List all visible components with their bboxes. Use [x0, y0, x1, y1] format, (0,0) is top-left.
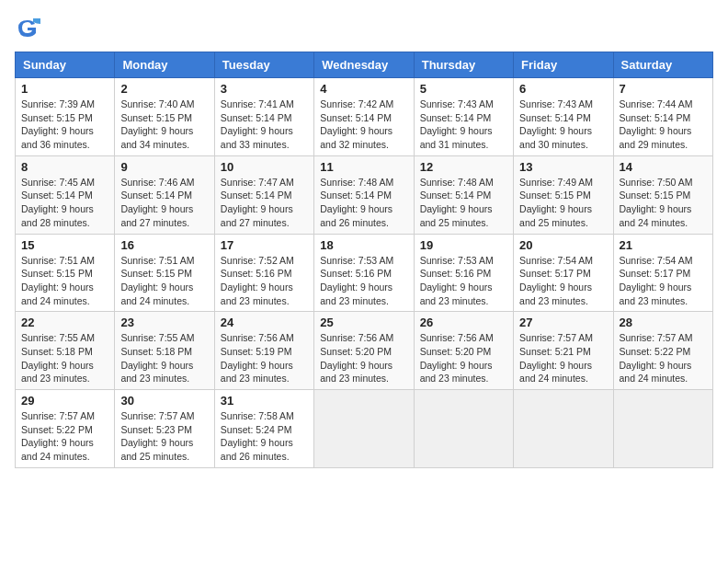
- day-info: Sunrise: 7:57 AMSunset: 5:22 PMDaylight:…: [21, 409, 108, 464]
- weekday-header-monday: Monday: [115, 52, 214, 78]
- day-info: Sunrise: 7:53 AMSunset: 5:16 PMDaylight:…: [420, 254, 507, 308]
- day-number: 17: [221, 238, 308, 252]
- day-info: Sunrise: 7:54 AMSunset: 5:17 PMDaylight:…: [519, 254, 607, 308]
- day-number: 15: [21, 238, 108, 252]
- day-info: Sunrise: 7:48 AMSunset: 5:14 PMDaylight:…: [420, 176, 507, 230]
- calendar-cell: 5Sunrise: 7:43 AMSunset: 5:14 PMDaylight…: [414, 78, 513, 156]
- calendar-cell: 29Sunrise: 7:57 AMSunset: 5:22 PMDayligh…: [16, 390, 115, 468]
- day-info: Sunrise: 7:44 AMSunset: 5:14 PMDaylight:…: [620, 98, 707, 152]
- day-number: 28: [620, 316, 707, 329]
- day-number: 14: [620, 160, 707, 174]
- calendar-cell: 25Sunrise: 7:56 AMSunset: 5:20 PMDayligh…: [314, 312, 414, 390]
- day-number: 23: [120, 316, 208, 329]
- day-info: Sunrise: 7:56 AMSunset: 5:20 PMDaylight:…: [420, 331, 507, 385]
- calendar-cell: 2Sunrise: 7:40 AMSunset: 5:15 PMDaylight…: [115, 78, 214, 156]
- calendar-cell: 20Sunrise: 7:54 AMSunset: 5:17 PMDayligh…: [514, 234, 613, 312]
- weekday-header-row: SundayMondayTuesdayWednesdayThursdayFrid…: [16, 52, 713, 78]
- day-info: Sunrise: 7:42 AMSunset: 5:14 PMDaylight:…: [320, 98, 407, 152]
- day-number: 3: [221, 82, 308, 96]
- weekday-header-wednesday: Wednesday: [314, 52, 414, 78]
- day-number: 9: [120, 160, 208, 174]
- calendar-body: 1Sunrise: 7:39 AMSunset: 5:15 PMDaylight…: [16, 78, 713, 468]
- day-info: Sunrise: 7:57 AMSunset: 5:22 PMDaylight:…: [620, 331, 707, 385]
- day-info: Sunrise: 7:51 AMSunset: 5:15 PMDaylight:…: [21, 254, 108, 308]
- day-info: Sunrise: 7:54 AMSunset: 5:17 PMDaylight:…: [620, 254, 707, 308]
- day-info: Sunrise: 7:55 AMSunset: 5:18 PMDaylight:…: [21, 331, 108, 385]
- calendar-cell: 1Sunrise: 7:39 AMSunset: 5:15 PMDaylight…: [16, 78, 115, 156]
- calendar-cell: 19Sunrise: 7:53 AMSunset: 5:16 PMDayligh…: [414, 234, 513, 312]
- day-number: 25: [320, 316, 407, 329]
- day-number: 1: [21, 82, 108, 96]
- day-info: Sunrise: 7:56 AMSunset: 5:19 PMDaylight:…: [221, 331, 308, 385]
- day-info: Sunrise: 7:46 AMSunset: 5:14 PMDaylight:…: [120, 176, 208, 230]
- day-number: 13: [519, 160, 607, 174]
- day-number: 26: [420, 316, 507, 329]
- day-number: 12: [420, 160, 507, 174]
- calendar-cell: [314, 390, 414, 468]
- day-number: 18: [320, 238, 407, 252]
- logo: [15, 15, 44, 40]
- day-number: 2: [120, 82, 208, 96]
- calendar-cell: 24Sunrise: 7:56 AMSunset: 5:19 PMDayligh…: [214, 312, 313, 390]
- calendar-cell: 16Sunrise: 7:51 AMSunset: 5:15 PMDayligh…: [115, 234, 214, 312]
- calendar-cell: 26Sunrise: 7:56 AMSunset: 5:20 PMDayligh…: [414, 312, 513, 390]
- calendar-cell: 11Sunrise: 7:48 AMSunset: 5:14 PMDayligh…: [314, 155, 414, 234]
- day-number: 29: [21, 394, 108, 408]
- day-info: Sunrise: 7:55 AMSunset: 5:18 PMDaylight:…: [120, 331, 208, 385]
- day-info: Sunrise: 7:50 AMSunset: 5:15 PMDaylight:…: [620, 176, 707, 230]
- calendar-cell: [414, 390, 513, 468]
- day-number: 30: [120, 394, 208, 408]
- day-info: Sunrise: 7:48 AMSunset: 5:14 PMDaylight:…: [320, 176, 407, 230]
- day-info: Sunrise: 7:52 AMSunset: 5:16 PMDaylight:…: [221, 254, 308, 308]
- day-info: Sunrise: 7:57 AMSunset: 5:23 PMDaylight:…: [120, 409, 208, 464]
- calendar-table: SundayMondayTuesdayWednesdayThursdayFrid…: [15, 52, 713, 468]
- calendar-header: SundayMondayTuesdayWednesdayThursdayFrid…: [16, 52, 713, 78]
- day-info: Sunrise: 7:57 AMSunset: 5:21 PMDaylight:…: [519, 331, 607, 385]
- calendar-cell: 28Sunrise: 7:57 AMSunset: 5:22 PMDayligh…: [613, 312, 712, 390]
- calendar-week-row: 22Sunrise: 7:55 AMSunset: 5:18 PMDayligh…: [16, 312, 713, 390]
- calendar-cell: 22Sunrise: 7:55 AMSunset: 5:18 PMDayligh…: [16, 312, 115, 390]
- calendar-cell: 14Sunrise: 7:50 AMSunset: 5:15 PMDayligh…: [613, 155, 712, 234]
- calendar-week-row: 8Sunrise: 7:45 AMSunset: 5:14 PMDaylight…: [16, 155, 713, 234]
- calendar-cell: 23Sunrise: 7:55 AMSunset: 5:18 PMDayligh…: [115, 312, 214, 390]
- day-number: 5: [420, 82, 507, 96]
- calendar-cell: [514, 390, 613, 468]
- weekday-header-saturday: Saturday: [613, 52, 712, 78]
- weekday-header-thursday: Thursday: [414, 52, 513, 78]
- calendar-cell: 21Sunrise: 7:54 AMSunset: 5:17 PMDayligh…: [613, 234, 712, 312]
- day-number: 21: [620, 238, 707, 252]
- day-info: Sunrise: 7:43 AMSunset: 5:14 PMDaylight:…: [519, 98, 607, 152]
- day-info: Sunrise: 7:45 AMSunset: 5:14 PMDaylight:…: [21, 176, 108, 230]
- day-info: Sunrise: 7:39 AMSunset: 5:15 PMDaylight:…: [21, 98, 108, 152]
- weekday-header-sunday: Sunday: [16, 52, 115, 78]
- calendar-cell: 6Sunrise: 7:43 AMSunset: 5:14 PMDaylight…: [514, 78, 613, 156]
- calendar-cell: 27Sunrise: 7:57 AMSunset: 5:21 PMDayligh…: [514, 312, 613, 390]
- day-number: 7: [620, 82, 707, 96]
- day-info: Sunrise: 7:53 AMSunset: 5:16 PMDaylight:…: [320, 254, 407, 308]
- calendar-cell: [613, 390, 712, 468]
- day-number: 16: [120, 238, 208, 252]
- day-number: 22: [21, 316, 108, 329]
- day-number: 31: [221, 394, 308, 408]
- day-info: Sunrise: 7:40 AMSunset: 5:15 PMDaylight:…: [120, 98, 208, 152]
- header: [15, 15, 713, 40]
- day-number: 24: [221, 316, 308, 329]
- day-info: Sunrise: 7:43 AMSunset: 5:14 PMDaylight:…: [420, 98, 507, 152]
- calendar-cell: 17Sunrise: 7:52 AMSunset: 5:16 PMDayligh…: [214, 234, 313, 312]
- day-info: Sunrise: 7:51 AMSunset: 5:15 PMDaylight:…: [120, 254, 208, 308]
- calendar-cell: 4Sunrise: 7:42 AMSunset: 5:14 PMDaylight…: [314, 78, 414, 156]
- day-number: 19: [420, 238, 507, 252]
- calendar-week-row: 1Sunrise: 7:39 AMSunset: 5:15 PMDaylight…: [16, 78, 713, 156]
- day-info: Sunrise: 7:41 AMSunset: 5:14 PMDaylight:…: [221, 98, 308, 152]
- day-info: Sunrise: 7:56 AMSunset: 5:20 PMDaylight:…: [320, 331, 407, 385]
- day-number: 20: [519, 238, 607, 252]
- calendar-cell: 30Sunrise: 7:57 AMSunset: 5:23 PMDayligh…: [115, 390, 214, 468]
- weekday-header-tuesday: Tuesday: [214, 52, 313, 78]
- weekday-header-friday: Friday: [514, 52, 613, 78]
- calendar-cell: 7Sunrise: 7:44 AMSunset: 5:14 PMDaylight…: [613, 78, 712, 156]
- calendar-cell: 15Sunrise: 7:51 AMSunset: 5:15 PMDayligh…: [16, 234, 115, 312]
- day-info: Sunrise: 7:47 AMSunset: 5:14 PMDaylight:…: [221, 176, 308, 230]
- day-number: 11: [320, 160, 407, 174]
- calendar-cell: 8Sunrise: 7:45 AMSunset: 5:14 PMDaylight…: [16, 155, 115, 234]
- calendar-cell: 12Sunrise: 7:48 AMSunset: 5:14 PMDayligh…: [414, 155, 513, 234]
